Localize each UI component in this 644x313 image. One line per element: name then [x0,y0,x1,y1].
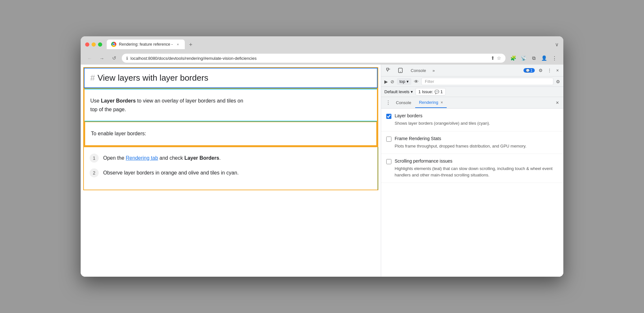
address-bar[interactable]: ℹ localhost:8080/docs/devtools/rendering… [122,54,505,63]
rendering-option-scrolling-performance: Scrolling performance issues Highlights … [381,154,563,183]
more-tabs-button[interactable]: » [431,67,437,74]
devtools-main-tabs: Console » [407,67,521,75]
tab-bar: Rendering: feature reference - × + [107,40,555,49]
devtools-content: ⋮ Console Rendering × × Layer borders Sh… [381,97,563,277]
drawer-tab-bar: ⋮ Console Rendering × × [381,97,563,109]
heading-hash: # [90,73,95,83]
levels-chevron-icon: ▾ [411,89,413,94]
console-main-tab[interactable]: Console [407,67,429,75]
inspect-element-button[interactable] [384,66,393,75]
option-desc-scrolling-performance: Highlights elements (teal) that can slow… [386,165,558,178]
reload-button[interactable]: ↺ [110,54,119,63]
checkbox-frame-rendering-stats[interactable] [386,137,391,142]
console-drawer-tab[interactable]: Console [392,98,415,108]
cast-icon[interactable]: 📡 [519,54,528,63]
devtools-header: Console » 💬 1 ⚙ ⋮ × [381,65,563,76]
filter-settings-icon[interactable]: ⚙ [556,79,560,84]
layer-borders-bold: Layer Borders [101,98,136,103]
checkbox-scrolling-performance[interactable] [386,159,391,164]
option-title-frame-rendering-stats: Frame Rendering Stats [395,136,441,141]
tab-close-button[interactable]: × [175,42,180,47]
devtools-more-icon[interactable]: ⋮ [546,67,553,74]
tab-favicon [111,42,116,47]
browser-window: Rendering: feature reference - × + ∨ ← →… [81,36,563,277]
back-button[interactable]: ← [85,54,94,63]
option-desc-frame-rendering-stats: Plots frame throughput, dropped frames d… [386,143,558,149]
rendering-option-layer-borders: Layer borders Shows layer borders (orang… [381,109,563,131]
context-label: top [399,79,405,84]
section-heading: To enable layer borders: [91,129,371,138]
eye-icon[interactable]: 👁 [414,79,419,84]
step-1: 1 Open the Rendering tab and check Layer… [90,154,372,163]
content-area: # View layers with layer borders Use Lay… [81,65,563,277]
option-title-scrolling-performance: Scrolling performance issues [395,158,452,164]
filter-input[interactable]: Filter [421,78,553,85]
step-1-number: 1 [90,154,99,163]
drawer-menu-button[interactable]: ⋮ [384,97,392,108]
devtools-header-actions: ⚙ ⋮ × [537,67,560,74]
split-screen-icon[interactable]: ⧉ [529,54,538,63]
devtools-secondary-bar: ▶ ⊘ top ▾ 👁 Filter ⚙ [381,76,563,87]
page-heading: View layers with layer borders [97,73,208,83]
issues-badge[interactable]: 💬 1 [523,68,535,73]
rendering-tab-close-icon[interactable]: × [441,100,443,105]
nav-bar: ← → ↺ ℹ localhost:8080/docs/devtools/ren… [81,52,563,65]
bookmark-icon[interactable]: ☆ [497,55,501,61]
option-desc-layer-borders: Shows layer borders (orange/olive) and t… [386,120,558,127]
url-text: localhost:8080/docs/devtools/rendering/#… [130,56,488,61]
badge-count: 1 [531,68,532,72]
minimize-button[interactable] [92,42,96,47]
profile-icon[interactable]: 👤 [540,54,549,63]
drawer-close-button[interactable]: × [555,99,560,107]
window-controls: ∨ [555,41,559,48]
info-icon: ℹ [126,56,128,61]
svg-rect-0 [387,68,389,70]
forward-button[interactable]: → [97,54,106,63]
rendering-option-frame-rendering-stats: Frame Rendering Stats Plots frame throug… [381,131,563,154]
page-content: # View layers with layer borders Use Lay… [81,65,381,277]
more-options-icon[interactable]: ⋮ [550,54,559,63]
device-toolbar-button[interactable] [396,66,405,75]
devtools-settings-icon[interactable]: ⚙ [537,67,544,74]
option-title-layer-borders: Layer borders [395,113,422,118]
devtools-close-icon[interactable]: × [555,67,560,74]
step-1-text: Open the Rendering tab and check Layer B… [103,154,221,162]
context-selector[interactable]: top ▾ [397,78,411,85]
svg-point-2 [400,72,401,72]
stop-icon[interactable]: ⊘ [390,79,394,84]
badge-icon: 💬 [526,69,530,72]
step-2: 2 Observe layer borders in orange and ol… [90,168,372,177]
devtools-panel: Console » 💬 1 ⚙ ⋮ × ▶ ⊘ top [381,65,563,277]
extensions-icon[interactable]: 🧩 [509,54,518,63]
close-button[interactable] [85,42,89,47]
active-tab[interactable]: Rendering: feature reference - × [107,40,185,49]
maximize-button[interactable] [98,42,102,47]
devtools-tertiary-bar: Default levels ▾ 1 Issue: 💬 1 [381,87,563,97]
step-2-number: 2 [90,168,99,177]
issues-icon: 💬 [434,90,439,94]
address-actions: ⬆ ☆ [491,55,501,61]
traffic-lights [85,42,102,47]
tab-title: Rendering: feature reference - [119,42,173,47]
play-icon[interactable]: ▶ [384,79,388,84]
context-chevron-icon: ▾ [407,79,409,84]
issues-count-badge[interactable]: 1 Issue: 💬 1 [416,88,446,95]
nav-actions: 🧩 📡 ⧉ 👤 ⋮ [509,54,559,63]
rendering-tab-link[interactable]: Rendering tab [126,155,158,161]
checkbox-layer-borders[interactable] [386,114,391,119]
rendering-options-list: Layer borders Shows layer borders (orang… [381,109,563,183]
window-chevron-icon[interactable]: ∨ [555,41,559,48]
rendering-drawer-tab[interactable]: Rendering × [415,97,447,108]
default-levels-selector[interactable]: Default levels ▾ [384,89,413,94]
new-tab-button[interactable]: + [186,40,195,49]
share-icon[interactable]: ⬆ [491,55,495,61]
step-2-text: Observe layer borders in orange and oliv… [103,168,239,177]
title-bar: Rendering: feature reference - × + ∨ [81,36,563,52]
